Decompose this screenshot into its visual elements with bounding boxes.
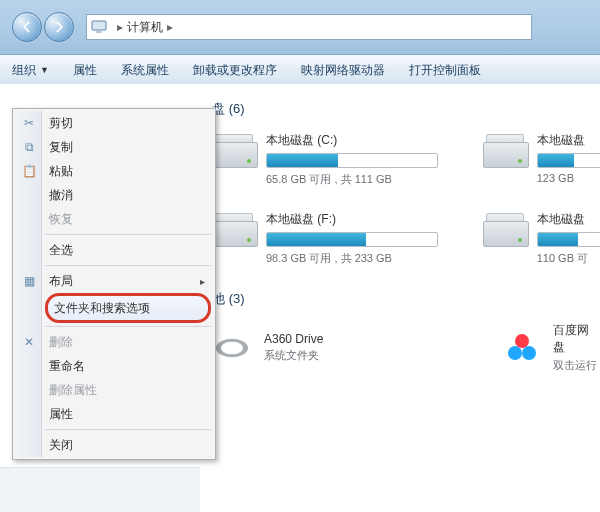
arrow-right-icon bbox=[52, 20, 66, 34]
menu-select-all[interactable]: 全选 bbox=[15, 238, 213, 262]
menu-cut[interactable]: ✂ 剪切 bbox=[15, 111, 213, 135]
breadcrumb[interactable]: ▸ 计算机 ▸ bbox=[86, 14, 532, 40]
cut-icon: ✂ bbox=[21, 115, 37, 131]
map-drive-button[interactable]: 映射网络驱动器 bbox=[301, 62, 385, 79]
drive-label: 本地磁盘 bbox=[537, 132, 600, 149]
uninstall-button[interactable]: 卸载或更改程序 bbox=[193, 62, 277, 79]
usage-bar bbox=[266, 153, 438, 168]
drive-icon bbox=[483, 132, 527, 168]
menu-undo[interactable]: 撤消 bbox=[15, 183, 213, 207]
menu-paste[interactable]: 📋 粘贴 bbox=[15, 159, 213, 183]
drive-label: 本地磁盘 (F:) bbox=[266, 211, 447, 228]
explorer-window: ▸ 计算机 ▸ 组织 ▼ 属性 系统属性 卸载或更改程序 映射网络驱动器 打开控… bbox=[0, 0, 600, 512]
drive-icon bbox=[483, 211, 527, 247]
a360-icon bbox=[212, 328, 252, 368]
drive-sub: 110 GB 可 bbox=[537, 251, 600, 266]
back-button[interactable] bbox=[12, 12, 42, 42]
drive-c[interactable]: 本地磁盘 (C:) 65.8 GB 可用 , 共 111 GB bbox=[212, 132, 447, 187]
menu-folder-options[interactable]: 文件夹和搜索选项 bbox=[45, 293, 211, 323]
svg-rect-0 bbox=[92, 21, 106, 30]
control-panel-button[interactable]: 打开控制面板 bbox=[409, 62, 481, 79]
menu-delete: ✕ 删除 bbox=[15, 330, 213, 354]
menu-remove-properties: 删除属性 bbox=[15, 378, 213, 402]
dropdown-icon: ▼ bbox=[40, 65, 49, 75]
menu-layout[interactable]: ▦ 布局 ▸ bbox=[15, 269, 213, 293]
command-bar: 组织 ▼ 属性 系统属性 卸载或更改程序 映射网络驱动器 打开控制面板 bbox=[0, 55, 600, 86]
svg-rect-1 bbox=[96, 31, 102, 33]
drive-label: 本地磁盘 (C:) bbox=[266, 132, 447, 149]
drive-f[interactable]: 本地磁盘 (F:) 98.3 GB 可用 , 共 233 GB bbox=[212, 211, 447, 266]
layout-icon: ▦ bbox=[21, 273, 37, 289]
menu-redo: 恢复 bbox=[15, 207, 213, 231]
properties-button[interactable]: 属性 bbox=[73, 62, 97, 79]
forward-button[interactable] bbox=[44, 12, 74, 42]
menu-separator bbox=[45, 265, 211, 266]
drive-sub: 98.3 GB 可用 , 共 233 GB bbox=[266, 251, 447, 266]
menu-separator bbox=[45, 234, 211, 235]
menu-separator bbox=[45, 429, 211, 430]
submenu-arrow-icon: ▸ bbox=[200, 276, 205, 287]
usage-bar bbox=[266, 232, 438, 247]
delete-icon: ✕ bbox=[21, 334, 37, 350]
usage-bar bbox=[537, 232, 600, 247]
item-baidu[interactable]: 百度网盘 双击运行 bbox=[502, 322, 600, 373]
content-area: 盘 (6) 本地磁盘 (C:) 65.8 GB 可用 , 共 111 GB 本地… bbox=[200, 84, 600, 512]
drive-label: 本地磁盘 bbox=[537, 211, 600, 228]
status-bar bbox=[0, 467, 200, 512]
usage-bar bbox=[537, 153, 600, 168]
menu-rename[interactable]: 重命名 bbox=[15, 354, 213, 378]
arrow-left-icon bbox=[20, 20, 34, 34]
drive-right-top[interactable]: 本地磁盘 123 GB bbox=[483, 132, 600, 187]
drive-icon bbox=[212, 211, 256, 247]
organize-menu: ✂ 剪切 ⧉ 复制 📋 粘贴 撤消 恢复 全选 ▦ 布局 ▸ 文件夹和搜索选项 bbox=[12, 108, 216, 460]
baidu-icon bbox=[502, 328, 541, 368]
section-other: 他 (3) bbox=[212, 290, 600, 308]
paste-icon: 📋 bbox=[21, 163, 37, 179]
drive-sub: 123 GB bbox=[537, 172, 600, 184]
drive-sub: 65.8 GB 可用 , 共 111 GB bbox=[266, 172, 447, 187]
chevron-right-icon: ▸ bbox=[117, 20, 123, 34]
menu-separator bbox=[45, 326, 211, 327]
item-a360[interactable]: A360 Drive 系统文件夹 bbox=[212, 322, 466, 373]
chevron-right-icon: ▸ bbox=[167, 20, 173, 34]
menu-properties[interactable]: 属性 bbox=[15, 402, 213, 426]
titlebar: ▸ 计算机 ▸ bbox=[0, 0, 600, 55]
copy-icon: ⧉ bbox=[21, 139, 37, 155]
computer-icon bbox=[91, 19, 107, 35]
drive-right-bottom[interactable]: 本地磁盘 110 GB 可 bbox=[483, 211, 600, 266]
system-properties-button[interactable]: 系统属性 bbox=[121, 62, 169, 79]
drive-icon bbox=[212, 132, 256, 168]
section-hard-disks: 盘 (6) bbox=[212, 100, 600, 118]
breadcrumb-location: 计算机 bbox=[127, 19, 163, 36]
menu-close[interactable]: 关闭 bbox=[15, 433, 213, 457]
menu-copy[interactable]: ⧉ 复制 bbox=[15, 135, 213, 159]
organize-button[interactable]: 组织 ▼ bbox=[12, 62, 49, 79]
